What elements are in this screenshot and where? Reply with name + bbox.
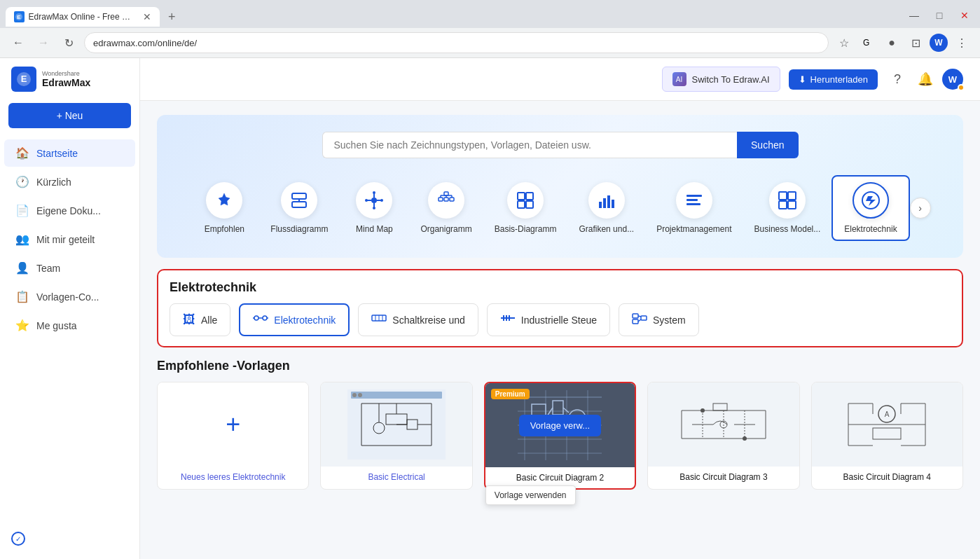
address-input[interactable] (84, 32, 829, 53)
svg-rect-7 (292, 193, 306, 199)
svg-rect-59 (633, 314, 638, 318)
category-mindmap[interactable]: Mind Map (339, 177, 409, 240)
sidebar-item-geteilt[interactable]: 👥 Mit mir geteilt (4, 226, 135, 253)
template-new-thumb: + (158, 382, 308, 467)
avatar-badge (958, 84, 965, 91)
template-basic2[interactable]: Premium Vorlage verw... Basic Circuit Di… (484, 382, 636, 490)
document-icon: 📄 (15, 204, 29, 217)
category-basis[interactable]: Basis-Diagramm (483, 177, 568, 240)
team-icon: 👤 (15, 261, 29, 275)
bookmark-btn[interactable]: ☆ (834, 33, 854, 53)
menu-btn[interactable]: ⋮ (952, 33, 972, 53)
svg-rect-39 (788, 192, 796, 200)
category-grafiken[interactable]: Grafiken und... (567, 177, 645, 240)
user-avatar[interactable]: W (942, 69, 963, 90)
browser-toolbar-icons: ☆ G ● ⊡ W ⋮ (834, 33, 972, 53)
sidebar-item-startseite[interactable]: 🏠 Startseite (4, 139, 135, 167)
extension-btn2[interactable]: ⊡ (906, 33, 925, 53)
svg-rect-34 (612, 200, 614, 208)
svg-rect-37 (686, 203, 701, 205)
svg-point-104 (701, 408, 705, 413)
tab-close-btn[interactable]: ✕ (143, 11, 151, 22)
minimize-btn[interactable]: — (904, 6, 924, 25)
star-icon: ⭐ (15, 319, 29, 332)
edraw-ai-icon: AI (672, 72, 686, 86)
filter-elektrotechnik[interactable]: Elektrotechnik (239, 303, 350, 336)
logo-icon: E (11, 67, 36, 92)
sidebar-item-team[interactable]: 👤 Team (4, 254, 135, 282)
template-basic4[interactable]: A Basic Circuit Diagram 4 (811, 382, 963, 490)
industrielle-icon (500, 312, 516, 328)
sidebar-label-vorlagen: Vorlagen-Co... (36, 291, 99, 303)
new-tab-btn[interactable]: + (163, 8, 181, 26)
translate-btn[interactable]: G (858, 33, 878, 53)
businessmodel-icon (769, 182, 806, 219)
circuit-diagram-3 (675, 389, 773, 460)
elektrotechnik-title: Elektrotechnik (170, 280, 951, 295)
browser-chrome: E EdrawMax Online - Free Diag... ✕ + — □… (0, 0, 980, 58)
category-businessmodel[interactable]: Business Model... (743, 177, 832, 240)
category-flussdiagramm[interactable]: Flussdiagramm (259, 177, 339, 240)
forward-btn[interactable]: → (34, 33, 53, 53)
notifications-btn[interactable]: 🔔 (914, 68, 937, 90)
template-basic1[interactable]: Basic Electrical (320, 382, 472, 490)
category-label-organigramm: Organigramm (420, 224, 471, 234)
help-btn[interactable]: ? (886, 68, 909, 90)
template-new-label: Neues leeres Elektrotechnik (158, 467, 308, 488)
filter-schaltkreise[interactable]: Schaltkreise und (358, 303, 478, 336)
filter-industrielle-label: Industrielle Steue (521, 315, 597, 326)
hero-search-input[interactable] (322, 132, 738, 158)
filter-system-label: System (653, 315, 686, 326)
svg-point-67 (358, 393, 362, 397)
filter-system[interactable]: System (619, 303, 699, 336)
category-label-projektmanagement: Projektmanagement (656, 224, 731, 234)
vorlage-btn[interactable]: Vorlage verw... (519, 415, 601, 436)
svg-rect-28 (526, 193, 533, 200)
back-btn[interactable]: ← (8, 33, 28, 53)
template-basic2-thumb: Premium Vorlage verw... (485, 383, 635, 467)
switch-to-edraw-btn[interactable]: AI Switch To Edraw.AI (662, 67, 780, 92)
svg-text:A: A (885, 410, 890, 418)
template-overlay: Vorlage verw... (485, 383, 635, 467)
sidebar-item-megusta[interactable]: ⭐ Me gusta (4, 312, 135, 339)
sidebar-item-eigene[interactable]: 📄 Eigene Doku... (4, 197, 135, 224)
logo-area: E Wondershare EdrawMax (0, 67, 139, 103)
hero-section: Suchen Empfohlen Flussdiagramm (157, 115, 963, 258)
category-organigramm[interactable]: Organigramm (409, 177, 483, 240)
category-label-flussdiagramm: Flussdiagramm (270, 224, 328, 234)
main-content: AI Switch To Edraw.AI ⬇ Herunterladen ? … (140, 58, 980, 559)
svg-text:✓: ✓ (15, 535, 21, 543)
extension-btn[interactable]: ● (882, 33, 902, 53)
maximize-btn[interactable]: □ (930, 6, 949, 25)
reload-btn[interactable]: ↻ (59, 33, 78, 53)
top-bar: AI Switch To Edraw.AI ⬇ Herunterladen ? … (140, 58, 980, 101)
category-label-elektrotechnik: Elektrotechnik (844, 224, 897, 234)
filter-alle[interactable]: 🖼 Alle (170, 303, 230, 336)
empfohlen-icon (206, 182, 242, 219)
sidebar-label-geteilt: Mit mir geteilt (36, 234, 95, 245)
svg-point-10 (371, 198, 377, 203)
address-bar: ← → ↻ ☆ G ● ⊡ W ⋮ (0, 28, 980, 57)
download-btn[interactable]: ⬇ Herunterladen (789, 69, 878, 90)
security-icon: ✓ (11, 532, 25, 546)
template-basic3[interactable]: Basic Circuit Diagram 3 (647, 382, 799, 490)
category-empfohlen[interactable]: Empfohlen (189, 177, 259, 240)
tab-bar: E EdrawMax Online - Free Diag... ✕ + — □… (0, 0, 980, 28)
template-basic3-label: Basic Circuit Diagram 3 (648, 467, 799, 488)
category-elektrotechnik[interactable]: Elektrotechnik (831, 175, 909, 241)
flussdiagramm-icon (281, 182, 317, 219)
template-new[interactable]: + Neues leeres Elektrotechnik (157, 382, 309, 490)
active-tab[interactable]: E EdrawMax Online - Free Diag... ✕ (6, 7, 160, 27)
category-projektmanagement[interactable]: Projektmanagement (645, 177, 743, 240)
close-btn[interactable]: ✕ (955, 6, 974, 25)
sidebar-item-vorlagen[interactable]: 📋 Vorlagen-Co... (4, 283, 135, 310)
tab-favicon: E (14, 11, 25, 22)
hero-search-btn[interactable]: Suchen (737, 132, 798, 158)
svg-rect-29 (518, 201, 525, 208)
browser-user-avatar[interactable]: W (930, 34, 948, 52)
sidebar-item-kurzlich[interactable]: 🕐 Kürzlich (4, 168, 135, 195)
templates-icon: 📋 (15, 290, 29, 303)
category-next-btn[interactable]: › (910, 198, 931, 219)
filter-industrielle[interactable]: Industrielle Steue (487, 303, 610, 336)
new-document-btn[interactable]: + Neu (8, 103, 131, 128)
